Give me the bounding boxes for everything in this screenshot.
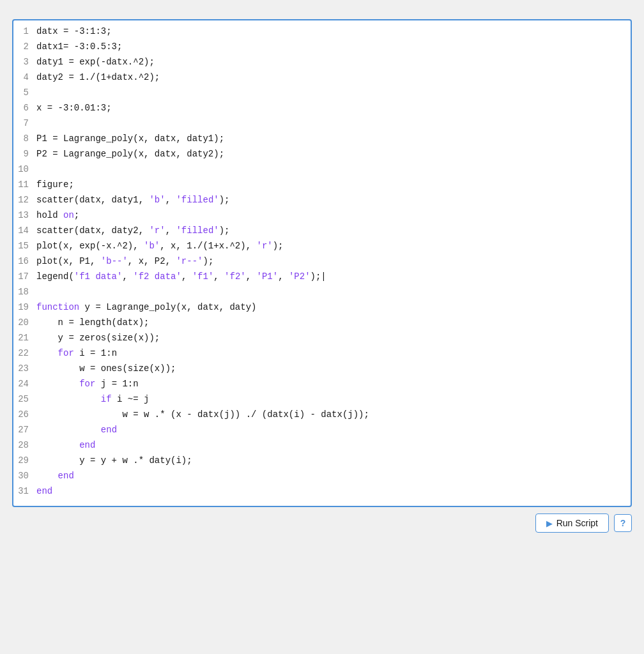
code-line: 6x = -3:0.01:3; <box>13 102 631 118</box>
code-line: 21 y = zeros(size(x)); <box>13 332 631 347</box>
code-line: 10 <box>13 164 631 179</box>
code-line: 16plot(x, P1, 'b--', x, P2, 'r--'); <box>13 255 631 271</box>
toolbar: ▶ Run Script ? <box>12 513 632 533</box>
line-number: 24 <box>13 379 36 389</box>
line-code: P1 = Lagrange_poly(x, datx, daty1); <box>36 133 631 144</box>
line-code: end <box>36 425 631 435</box>
code-line: 27 end <box>13 424 631 439</box>
help-label: ? <box>620 518 626 528</box>
line-number: 11 <box>13 179 36 190</box>
line-number: 2 <box>13 42 36 52</box>
line-code: datx1= -3:0.5:3; <box>36 42 631 52</box>
line-number: 26 <box>13 409 36 420</box>
line-code: for i = 1:n <box>36 348 631 358</box>
line-number: 17 <box>13 271 36 282</box>
line-number: 16 <box>13 256 36 266</box>
line-code: w = ones(size(x)); <box>36 363 631 374</box>
code-line: 19function y = Lagrange_poly(x, datx, da… <box>13 301 631 317</box>
line-number: 22 <box>13 348 36 358</box>
line-code <box>36 87 631 98</box>
line-code: end <box>36 486 631 496</box>
line-code: scatter(datx, daty2, 'r', 'filled'); <box>36 225 631 236</box>
code-line: 29 y = y + w .* daty(i); <box>13 455 631 470</box>
line-number: 19 <box>13 302 36 312</box>
code-line: 18 <box>13 286 631 301</box>
line-code: figure; <box>36 179 631 190</box>
line-code: legend('f1 data', 'f2 data', 'f1', 'f2',… <box>36 271 631 282</box>
code-line: 1datx = -3:1:3; <box>13 26 631 41</box>
line-code: if i ~= j <box>36 394 631 404</box>
line-code <box>36 287 631 297</box>
code-editor: 1datx = -3:1:3;2datx1= -3:0.5:3;3daty1 =… <box>12 19 632 507</box>
code-line: 28 end <box>13 439 631 455</box>
line-code: scatter(datx, daty1, 'b', 'filled'); <box>36 195 631 205</box>
code-line: 3daty1 = exp(-datx.^2); <box>13 56 631 72</box>
line-code: x = -3:0.01:3; <box>36 103 631 113</box>
line-number: 15 <box>13 241 36 251</box>
line-code: P2 = Lagrange_poly(x, datx, daty2); <box>36 149 631 159</box>
line-number: 30 <box>13 471 36 481</box>
run-script-label: Run Script <box>556 518 598 528</box>
line-number: 28 <box>13 440 36 450</box>
code-line: 9P2 = Lagrange_poly(x, datx, daty2); <box>13 148 631 164</box>
line-number: 29 <box>13 455 36 466</box>
code-line: 7 <box>13 118 631 133</box>
code-line: 20 n = length(datx); <box>13 317 631 332</box>
code-line: 11figure; <box>13 179 631 194</box>
help-button[interactable]: ? <box>614 514 632 532</box>
line-number: 14 <box>13 225 36 236</box>
line-number: 23 <box>13 363 36 374</box>
line-number: 3 <box>13 57 36 67</box>
line-number: 1 <box>13 26 36 36</box>
line-number: 25 <box>13 394 36 404</box>
code-line: 17legend('f1 data', 'f2 data', 'f1', 'f2… <box>13 271 631 286</box>
code-line: 5 <box>13 87 631 102</box>
code-lines: 1datx = -3:1:3;2datx1= -3:0.5:3;3daty1 =… <box>13 26 631 501</box>
code-line: 13hold on; <box>13 209 631 225</box>
line-code <box>36 164 631 174</box>
code-line: 25 if i ~= j <box>13 393 631 409</box>
line-code: daty2 = 1./(1+datx.^2); <box>36 72 631 82</box>
line-code: plot(x, P1, 'b--', x, P2, 'r--'); <box>36 256 631 266</box>
line-number: 27 <box>13 425 36 435</box>
play-icon: ▶ <box>546 519 553 528</box>
line-code: hold on; <box>36 210 631 220</box>
line-code: function y = Lagrange_poly(x, datx, daty… <box>36 302 631 312</box>
line-code: daty1 = exp(-datx.^2); <box>36 57 631 67</box>
code-line: 30 end <box>13 470 631 485</box>
run-script-button[interactable]: ▶ Run Script <box>535 513 609 533</box>
line-code: end <box>36 471 631 481</box>
code-line: 8P1 = Lagrange_poly(x, datx, daty1); <box>13 133 631 148</box>
code-line: 31end <box>13 485 631 501</box>
line-number: 31 <box>13 486 36 496</box>
code-line: 2datx1= -3:0.5:3; <box>13 41 631 56</box>
line-number: 12 <box>13 195 36 205</box>
line-number: 10 <box>13 164 36 174</box>
code-line: 23 w = ones(size(x)); <box>13 363 631 378</box>
line-number: 6 <box>13 103 36 113</box>
line-number: 21 <box>13 333 36 343</box>
line-number: 20 <box>13 317 36 328</box>
code-line: 4daty2 = 1./(1+datx.^2); <box>13 72 631 87</box>
code-line: 12scatter(datx, daty1, 'b', 'filled'); <box>13 194 631 209</box>
line-number: 9 <box>13 149 36 159</box>
line-code: for j = 1:n <box>36 379 631 389</box>
line-number: 13 <box>13 210 36 220</box>
line-code: datx = -3:1:3; <box>36 26 631 36</box>
code-line: 24 for j = 1:n <box>13 378 631 393</box>
line-code <box>36 118 631 128</box>
line-code: y = y + w .* daty(i); <box>36 455 631 466</box>
line-code: y = zeros(size(x)); <box>36 333 631 343</box>
line-number: 18 <box>13 287 36 297</box>
code-line: 22 for i = 1:n <box>13 347 631 363</box>
line-number: 7 <box>13 118 36 128</box>
line-number: 5 <box>13 87 36 98</box>
line-number: 4 <box>13 72 36 82</box>
code-line: 26 w = w .* (x - datx(j)) ./ (datx(i) - … <box>13 409 631 424</box>
code-line: 14scatter(datx, daty2, 'r', 'filled'); <box>13 225 631 240</box>
line-code: w = w .* (x - datx(j)) ./ (datx(i) - dat… <box>36 409 631 420</box>
line-code: end <box>36 440 631 450</box>
line-number: 8 <box>13 133 36 144</box>
line-code: n = length(datx); <box>36 317 631 328</box>
code-line: 15plot(x, exp(-x.^2), 'b', x, 1./(1+x.^2… <box>13 240 631 255</box>
